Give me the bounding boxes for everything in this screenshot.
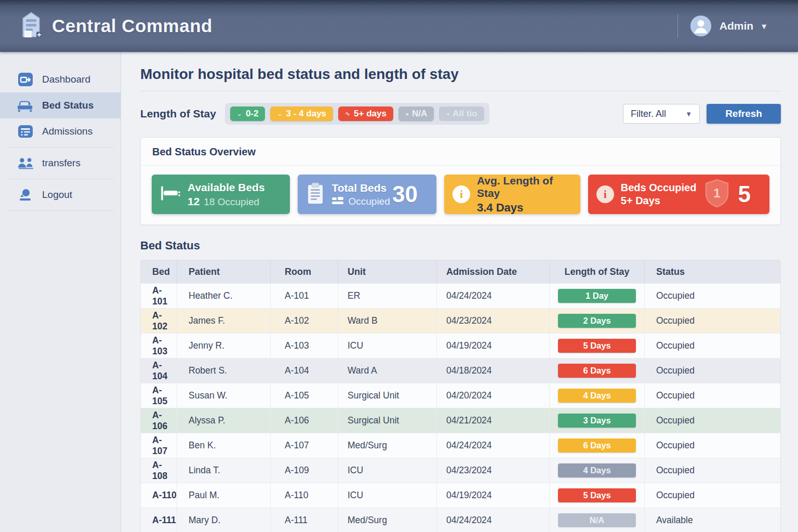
length-of-stay-badge: 5 Days	[558, 488, 636, 502]
table-row[interactable]: A-104 Robert S. A-104 Ward A 04/18/2024 …	[141, 358, 780, 383]
status-cell: Occupied	[645, 358, 780, 383]
room-cell: A-111	[271, 508, 338, 532]
card-title-line1: Beds Occupied	[621, 181, 697, 194]
room-cell: A-101	[271, 284, 338, 308]
refresh-button[interactable]: Refresh	[707, 104, 781, 124]
table-row[interactable]: A-102 James F. A-102 Ward B 04/23/2024 2…	[141, 308, 780, 333]
column-header-room: Room	[271, 260, 338, 283]
room-cell: A-107	[271, 433, 338, 458]
chevron-down-icon: ⌄	[277, 111, 282, 117]
unit-cell: Med/Surg	[338, 433, 437, 458]
length-of-stay-badge: 5 Days	[558, 339, 636, 353]
filter-chip-0-2[interactable]: ⌄ 0-2	[230, 107, 265, 121]
filter-chip-label: 3 - 4 days	[286, 109, 327, 119]
shield-icon: 1	[704, 179, 730, 210]
sidebar-item-transfers[interactable]: transfers	[0, 150, 121, 176]
app-header: Central Command Admin ▼	[0, 0, 798, 52]
table-row[interactable]: A-105 Susan W. A-105 Surgical Unit 04/20…	[141, 383, 780, 408]
room-cell: A-103	[271, 334, 338, 358]
sidebar-item-label: Bed Status	[42, 100, 94, 111]
sidebar-item-label: transfers	[42, 157, 81, 169]
table-row[interactable]: A-111 Mary D. A-111 Med/Surg 04/24/2024 …	[141, 508, 780, 532]
user-menu-label[interactable]: Admin	[720, 20, 753, 32]
column-header-length-of-stay: Length of Stay	[550, 260, 645, 283]
admission-date-cell: 04/23/2024	[437, 309, 550, 333]
beds-occupied-5plus-card: i Beds Occupied 5+ Days 1 5	[588, 175, 769, 214]
patient-cell: Alyssa P.	[177, 408, 271, 433]
table-row[interactable]: A-106 Alyssa P. A-106 Surgical Unit 04/2…	[141, 408, 780, 433]
filter-chip-n-a[interactable]: ◂ N/A	[398, 107, 434, 121]
patient-cell: James F.	[177, 309, 271, 333]
bed-cell: A-111	[141, 508, 177, 532]
table-row[interactable]: A-107 Ben K. A-107 Med/Surg 04/24/2024 6…	[141, 433, 780, 458]
length-of-stay-badge: 3 Days	[558, 414, 636, 428]
sidebar-item-admissions[interactable]: Admissions	[0, 118, 121, 144]
bed-cell: A-105	[141, 383, 177, 408]
length-of-stay-chip-group: ⌄ 0-2 ⌄ 3 - 4 days ∿ 5+ days ◂ N/A ◂ All…	[225, 103, 489, 125]
overview-title: Bed Status Overview	[141, 138, 780, 166]
unit-cell: ICU	[338, 334, 437, 358]
avg-length-of-stay-card: i Avg. Length of Stay 3.4 Days	[444, 175, 580, 214]
length-of-stay-cell: 4 Days	[550, 458, 645, 483]
length-of-stay-badge: 4 Days	[558, 389, 636, 403]
sidebar-item-logout[interactable]: Logout	[0, 182, 121, 208]
avatar[interactable]	[690, 16, 711, 36]
patient-cell: Mary D.	[177, 508, 271, 532]
sidebar-item-label: Admissions	[42, 126, 92, 137]
admission-date-cell: 04/19/2024	[437, 483, 550, 508]
bed-status-overview-panel: Bed Status Overview Available Beds 1218 …	[140, 137, 781, 225]
length-of-stay-badge: 1 Day	[558, 289, 636, 303]
available-beds-card: Available Beds 1218 Occupied	[152, 175, 290, 214]
triangle-left-icon: ◂	[405, 111, 408, 117]
filter-dropdown[interactable]: Filter. All ▼	[623, 104, 700, 124]
filter-chip-all-tio[interactable]: ◂ All tio	[439, 107, 484, 121]
patient-cell: Jenny R.	[177, 334, 271, 358]
table-row[interactable]: A-108 Linda T. A-109 ICU 04/23/2024 4 Da…	[141, 458, 780, 483]
card-title: Available Beds	[188, 181, 265, 194]
table-row[interactable]: A-110 Paul M. A-110 ICU 04/19/2024 5 Day…	[141, 483, 780, 508]
bed-status-table-title: Bed Status	[140, 239, 781, 252]
filter-chip-label: 0-2	[246, 109, 259, 119]
card-subtitle: Occupied	[348, 196, 390, 207]
filter-chip-label: 5+ days	[354, 109, 387, 119]
sidebar-item-label: Dashboard	[42, 74, 90, 85]
unit-cell: ICU	[338, 458, 437, 483]
patient-cell: Ben K.	[177, 433, 271, 458]
sidebar-item-label: Logout	[42, 189, 72, 201]
bed-cell: A-104	[141, 358, 177, 383]
column-header-unit: Unit	[338, 260, 437, 283]
admission-date-cell: 04/18/2024	[437, 358, 550, 383]
patient-cell: Paul M.	[177, 483, 271, 508]
column-header-admission-date: Admission Date	[437, 260, 550, 283]
sidebar-item-dashboard[interactable]: Dashboard	[0, 66, 121, 92]
avg-length-of-stay-value: 3.4 Days	[477, 201, 572, 215]
patient-cell: Susan W.	[177, 383, 271, 408]
length-of-stay-cell: 2 Days	[550, 309, 645, 333]
bed-cell: A-101	[141, 284, 177, 308]
table-row[interactable]: A-103 Jenny R. A-103 ICU 04/19/2024 5 Da…	[141, 333, 780, 358]
admissions-icon	[17, 124, 34, 139]
length-of-stay-filter-label: Length of Stay	[140, 108, 216, 120]
app-title: Central Command	[52, 16, 212, 36]
room-cell: A-109	[271, 458, 338, 483]
chevron-down-icon[interactable]: ▼	[760, 22, 768, 31]
filter-chip-3-4-days[interactable]: ⌄ 3 - 4 days	[270, 107, 333, 121]
filter-chip-label: N/A	[412, 109, 427, 119]
table-row[interactable]: A-101 Heather C. A-101 ER 04/24/2024 1 D…	[141, 283, 780, 308]
unit-cell: Ward B	[338, 309, 437, 333]
length-of-stay-cell: 5 Days	[550, 334, 645, 358]
hospital-building-icon	[18, 10, 45, 42]
chevron-down-icon: ▼	[685, 110, 692, 118]
bed-cell: A-107	[141, 433, 177, 458]
column-header-status: Status	[645, 260, 780, 283]
bed-status-table: Bed Patient Room Unit Admission Date Len…	[140, 260, 781, 532]
length-of-stay-badge: 4 Days	[558, 463, 636, 477]
sidebar-divider	[6, 147, 114, 148]
filter-chip-5-days[interactable]: ∿ 5+ days	[338, 107, 393, 121]
bed-cell: A-108	[141, 458, 177, 483]
room-cell: A-110	[271, 483, 338, 508]
room-cell: A-102	[271, 309, 338, 333]
filter-dropdown-value: Filter. All	[631, 109, 666, 119]
beds-occupied-value: 5	[738, 181, 761, 207]
sidebar-item-bed-status[interactable]: Bed Status	[0, 92, 121, 118]
